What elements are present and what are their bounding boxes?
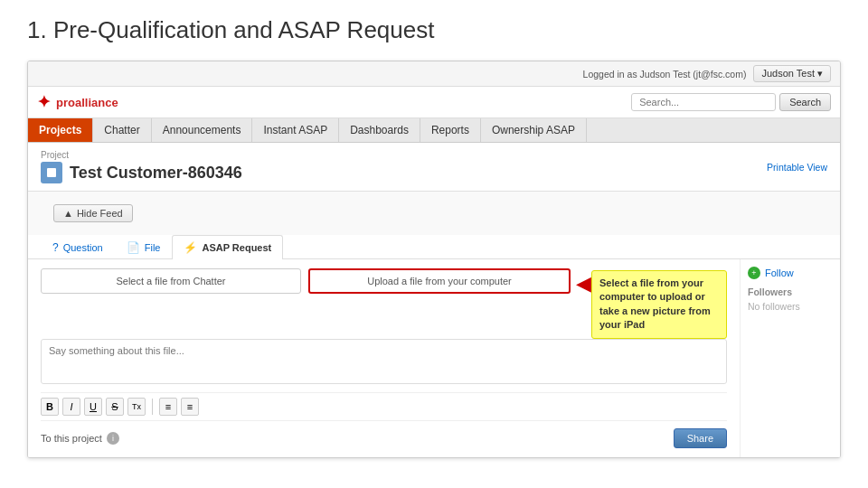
italic-button[interactable]: I <box>62 398 80 416</box>
search-area: Search <box>631 93 831 111</box>
follow-label: Follow <box>765 267 794 278</box>
search-input[interactable] <box>631 93 776 111</box>
nav-item-ownership-asap[interactable]: Ownership ASAP <box>481 118 587 142</box>
breadcrumb: Project <box>41 150 242 160</box>
upload-panel: Select a file from Chatter Upload a file… <box>28 259 741 457</box>
tab-bar: ? Question 📄 File ⚡ ASAP Request <box>28 235 840 259</box>
hide-feed-button[interactable]: ▲ Hide Feed <box>53 204 133 222</box>
tab-question[interactable]: ? Question <box>41 235 115 259</box>
say-something-textarea[interactable] <box>41 339 727 384</box>
select-from-chatter-button[interactable]: Select a file from Chatter <box>41 268 301 294</box>
annotation: ◀ Select a file from your computer to up… <box>576 270 727 339</box>
hide-feed-label: Hide Feed <box>77 208 123 219</box>
slide-title: 1. Pre-Qualification and ASAP Request <box>0 0 868 53</box>
tab-asap-label: ASAP Request <box>202 242 271 253</box>
tab-question-label: Question <box>63 242 103 253</box>
search-button[interactable]: Search <box>779 93 831 111</box>
nav-item-projects[interactable]: Projects <box>28 118 93 142</box>
svg-rect-0 <box>47 168 56 177</box>
share-button[interactable]: Share <box>674 428 727 448</box>
content-area: Project Test Customer-860346 Printable V… <box>28 143 840 457</box>
follow-button[interactable]: + Follow <box>748 267 833 279</box>
top-bar: Logged in as Judson Test (jt@fsc.com) Ju… <box>28 61 840 87</box>
logged-in-text: Logged in as Judson Test (jt@fsc.com) <box>583 69 747 80</box>
hide-feed-icon: ▲ <box>63 208 73 219</box>
tab-asap-request[interactable]: ⚡ ASAP Request <box>172 235 283 259</box>
to-project-label: To this project i <box>41 432 119 445</box>
format-toolbar: B I U S Tx ≡ ≡ <box>41 392 727 421</box>
info-icon: i <box>107 432 119 445</box>
user-menu-button[interactable]: Judson Test ▾ <box>753 65 831 82</box>
followers-heading: Followers <box>748 286 833 297</box>
sidebar-panel: + Follow Followers No followers <box>741 259 840 457</box>
page-title-area: Project Test Customer-860346 <box>41 150 242 183</box>
tab-file[interactable]: 📄 File <box>115 235 173 259</box>
upload-row: Select a file from Chatter Upload a file… <box>41 268 571 294</box>
strikethrough-button[interactable]: S <box>106 398 124 416</box>
no-followers-text: No followers <box>748 301 833 312</box>
tab-file-label: File <box>145 242 161 253</box>
nav-bar: Projects Chatter Announcements Instant A… <box>28 118 840 143</box>
page-title: Test Customer-860346 <box>70 164 242 183</box>
question-icon: ? <box>52 241 59 254</box>
toolbar-separator <box>152 399 153 415</box>
asap-icon: ⚡ <box>184 241 197 254</box>
list-button-2[interactable]: ≡ <box>181 398 199 416</box>
nav-item-reports[interactable]: Reports <box>420 118 481 142</box>
page-header: Project Test Customer-860346 Printable V… <box>28 143 840 192</box>
to-project-text: To this project <box>41 433 102 444</box>
clear-format-button[interactable]: Tx <box>127 398 146 416</box>
browser-window: Logged in as Judson Test (jt@fsc.com) Ju… <box>27 61 841 458</box>
bold-button[interactable]: B <box>41 398 59 416</box>
app-header: ✦ proalliance Search <box>28 87 840 118</box>
to-project-row: To this project i Share <box>41 428 727 448</box>
red-arrow-icon: ◀ <box>576 274 591 294</box>
page-title-row: Test Customer-860346 <box>41 162 242 183</box>
printable-view-link[interactable]: Printable View <box>767 162 827 173</box>
nav-item-announcements[interactable]: Announcements <box>152 118 253 142</box>
underline-button[interactable]: U <box>84 398 102 416</box>
follow-icon: + <box>748 267 760 279</box>
hide-feed-area: ▲ Hide Feed <box>28 197 840 230</box>
callout-box: Select a file from your computer to uplo… <box>591 270 727 339</box>
nav-item-chatter[interactable]: Chatter <box>93 118 151 142</box>
logo-icon: ✦ <box>37 92 51 112</box>
nav-item-dashboards[interactable]: Dashboards <box>339 118 420 142</box>
file-icon: 📄 <box>127 241 140 254</box>
list-button-1[interactable]: ≡ <box>159 398 177 416</box>
upload-row-container: Select a file from Chatter Upload a file… <box>41 268 727 339</box>
logo-area: ✦ proalliance <box>37 92 118 112</box>
logo-text: proalliance <box>56 96 118 109</box>
nav-item-instant-asap[interactable]: Instant ASAP <box>252 118 339 142</box>
page-icon <box>41 162 62 183</box>
main-content: Select a file from Chatter Upload a file… <box>28 259 840 457</box>
upload-from-computer-button[interactable]: Upload a file from your computer <box>308 268 571 294</box>
